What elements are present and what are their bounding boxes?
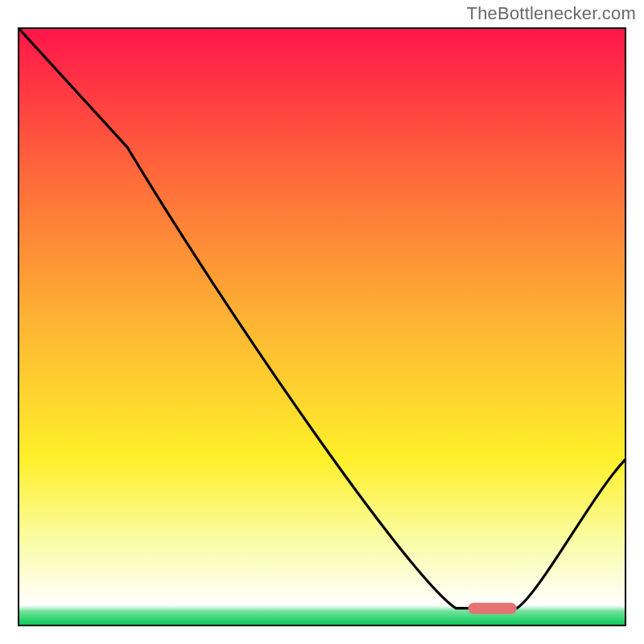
attribution-label: TheBottlenecker.com [467, 3, 636, 24]
chart-container: TheBottlenecker.com [0, 0, 644, 644]
svg-rect-1 [468, 603, 516, 614]
chart-plot [18, 27, 626, 626]
chart-svg [18, 27, 626, 626]
svg-rect-0 [18, 27, 626, 626]
